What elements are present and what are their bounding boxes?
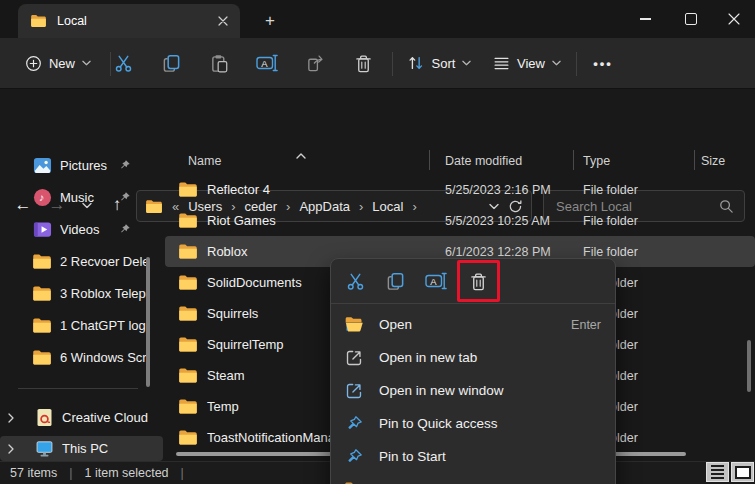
sort-button[interactable]: Sort (400, 47, 478, 79)
pin-icon (344, 447, 364, 467)
menu-item-label: Open (379, 317, 556, 332)
tab-close-button[interactable] (214, 12, 232, 30)
folder-icon (32, 284, 52, 304)
column-divider[interactable] (573, 150, 574, 170)
sidebar: Pictures ♪ Music Videos 2 Recvoer Delete… (0, 145, 165, 461)
open-new-tab-icon (344, 348, 364, 368)
copy-button[interactable] (152, 47, 190, 79)
rename-button[interactable] (248, 47, 286, 79)
details-view-icon (711, 465, 724, 479)
sidebar-item-folder[interactable]: 6 Windows Scrip (0, 342, 163, 373)
folder-icon (32, 348, 52, 368)
copy-icon (162, 54, 181, 73)
file-name: SolidDocuments (207, 275, 302, 290)
sidebar-item-creative-cloud[interactable]: Creative Cloud F (0, 402, 163, 433)
close-button[interactable] (712, 0, 755, 38)
file-row[interactable]: Reflector 4 5/25/2023 2:16 PM File folde… (165, 174, 755, 205)
cut-button[interactable] (337, 264, 374, 298)
pictures-icon (32, 156, 52, 176)
sidebar-item-music[interactable]: ♪ Music (0, 182, 163, 213)
share-button[interactable] (296, 47, 334, 79)
delete-icon (354, 54, 373, 73)
new-button[interactable]: New (14, 47, 102, 79)
music-icon: ♪ (32, 188, 52, 208)
menu-item-shortcut: Enter (571, 318, 601, 332)
items-count: 57 items (10, 466, 57, 480)
file-type: File folder (578, 245, 694, 259)
file-name: SquirrelTemp (207, 337, 284, 352)
pin-icon (119, 191, 131, 206)
column-header-type[interactable]: Type (578, 147, 694, 174)
more-icon: ••• (593, 56, 613, 71)
vertical-scrollbar[interactable] (747, 340, 751, 392)
sidebar-item-pictures[interactable]: Pictures (0, 150, 163, 181)
toolbar-separator (392, 52, 393, 76)
cut-icon (114, 54, 133, 73)
folder-icon (178, 212, 198, 229)
context-menu-icon-row (331, 259, 615, 304)
status-divider: | (181, 466, 184, 480)
sidebar-scrollbar[interactable] (146, 257, 150, 387)
thumbnails-view-button[interactable] (731, 462, 754, 482)
view-toggle-group (706, 462, 754, 482)
chevron-right-icon[interactable] (0, 413, 22, 423)
menu-item-pin-to-start[interactable]: Pin to Start (331, 440, 615, 473)
file-name: ToastNotificationManag (207, 430, 342, 445)
pin-icon (344, 414, 364, 434)
more-options-button[interactable]: ••• (584, 47, 622, 79)
sidebar-item-folder[interactable]: 1 ChatGPT login (0, 310, 163, 341)
column-divider[interactable] (694, 150, 695, 170)
sidebar-item-folder[interactable]: 3 Roblox Telepo (0, 278, 163, 309)
column-header-size[interactable]: Size (694, 147, 755, 174)
paste-button[interactable] (200, 47, 238, 79)
highlight-red-box (457, 260, 500, 302)
delete-button[interactable] (462, 264, 495, 298)
minimize-button[interactable] (622, 0, 668, 38)
file-name: Squirrels (207, 306, 258, 321)
chevron-down-icon (82, 60, 91, 66)
folder-icon (32, 316, 52, 336)
delete-button[interactable] (344, 47, 382, 79)
file-date: 5/5/2023 10:25 AM (437, 214, 578, 228)
maximize-button[interactable] (668, 0, 714, 38)
navigation-bar: ← → ↑ « Users › ceder › AppData › Local … (0, 88, 755, 145)
sidebar-item-folder[interactable]: 2 Recvoer Delete (0, 246, 163, 277)
delete-icon (469, 272, 488, 291)
column-header-date-modified[interactable]: Date modified (437, 147, 578, 174)
explorer-tab[interactable]: Local (18, 4, 240, 38)
plus-circle-icon (25, 55, 42, 72)
folder-icon (178, 243, 198, 260)
cut-button[interactable] (104, 47, 142, 79)
sidebar-item-label: 3 Roblox Telepo (60, 286, 146, 301)
menu-item-partial[interactable] (331, 473, 615, 484)
tab-title: Local (57, 14, 214, 28)
menu-item-open-in-new-tab[interactable]: Open in new tab (331, 341, 615, 374)
sidebar-item-label: Creative Cloud F (62, 410, 148, 425)
details-view-button[interactable] (706, 462, 729, 482)
context-menu-items: Open Enter Open in new tab Open in new w… (331, 304, 615, 484)
file-row[interactable]: Riot Games 5/5/2023 10:25 AM File folder (165, 205, 755, 236)
folder-icon (178, 367, 198, 384)
sort-icon (407, 54, 425, 72)
creative-cloud-icon (34, 408, 54, 428)
menu-item-label: Pin to Start (379, 449, 586, 464)
new-tab-button[interactable]: + (256, 8, 284, 34)
sidebar-item-label: 1 ChatGPT login (60, 318, 146, 333)
menu-item-pin-to-quick-access[interactable]: Pin to Quick access (331, 407, 615, 440)
share-icon (306, 54, 325, 73)
copy-button[interactable] (377, 264, 414, 298)
sidebar-item-this-pc[interactable]: This PC (0, 436, 163, 461)
menu-item-open[interactable]: Open Enter (331, 308, 615, 341)
chevron-right-icon[interactable] (0, 444, 22, 454)
folder-icon (30, 14, 47, 28)
open-new-window-icon (344, 381, 364, 401)
sidebar-item-label: Videos (60, 222, 100, 237)
sidebar-item-videos[interactable]: Videos (0, 214, 163, 245)
rename-button[interactable] (417, 264, 454, 298)
column-divider[interactable] (429, 150, 430, 170)
cut-icon (346, 272, 365, 291)
view-button[interactable]: View (486, 47, 568, 79)
file-name: Steam (207, 368, 245, 383)
menu-item-open-in-new-window[interactable]: Open in new window (331, 374, 615, 407)
file-explorer-window: Local + New (0, 0, 755, 484)
